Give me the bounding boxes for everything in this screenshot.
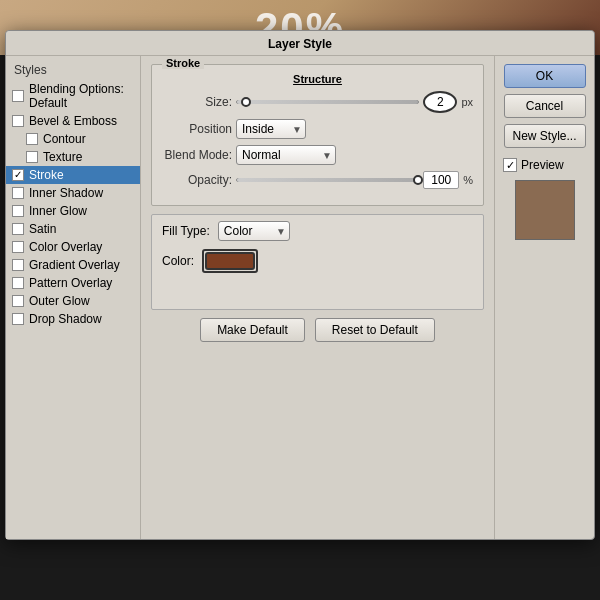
bevel-emboss-label: Bevel & Emboss (29, 114, 117, 128)
contour-checkbox[interactable] (26, 133, 38, 145)
sidebar-header: Styles (6, 60, 140, 80)
layer-style-dialog: Layer Style Styles Blending Options: Def… (5, 30, 595, 540)
stroke-label: Stroke (29, 168, 64, 182)
sidebar-item-bevel-emboss[interactable]: Bevel & Emboss (6, 112, 140, 130)
drop-shadow-checkbox[interactable] (12, 313, 24, 325)
preview-label: Preview (521, 158, 564, 172)
reset-default-button[interactable]: Reset to Default (315, 318, 435, 342)
preview-row: ✓ Preview (503, 158, 586, 172)
sidebar-item-inner-glow[interactable]: Inner Glow (6, 202, 140, 220)
size-unit: px (461, 96, 473, 108)
gradient-overlay-checkbox[interactable] (12, 259, 24, 271)
outer-glow-checkbox[interactable] (12, 295, 24, 307)
pattern-overlay-label: Pattern Overlay (29, 276, 112, 290)
texture-label: Texture (43, 150, 82, 164)
right-panel: OK Cancel New Style... ✓ Preview (494, 56, 594, 539)
fill-type-header: Fill Type: Color Gradient Pattern ▼ (162, 221, 473, 241)
opacity-label: Opacity: (162, 173, 232, 187)
sidebar-item-texture[interactable]: Texture (6, 148, 140, 166)
position-select[interactable]: Inside Outside Center (236, 119, 306, 139)
new-style-button[interactable]: New Style... (504, 124, 586, 148)
cancel-button[interactable]: Cancel (504, 94, 586, 118)
size-row: Size: 2 px (162, 91, 473, 113)
sidebar-item-outer-glow[interactable]: Outer Glow (6, 292, 140, 310)
fill-type-label: Fill Type: (162, 224, 210, 238)
texture-checkbox[interactable] (26, 151, 38, 163)
color-swatch-border (202, 249, 258, 273)
blend-mode-label: Blend Mode: (162, 148, 232, 162)
size-slider-wrapper: 2 px (236, 91, 473, 113)
blend-mode-select[interactable]: Normal Dissolve Multiply Screen Overlay (236, 145, 336, 165)
pattern-overlay-checkbox[interactable] (12, 277, 24, 289)
stroke-section-title: Stroke (162, 57, 204, 69)
preview-checkbox[interactable]: ✓ (503, 158, 517, 172)
inner-shadow-label: Inner Shadow (29, 186, 103, 200)
position-row: Position Inside Outside Center ▼ (162, 119, 473, 139)
blend-mode-row: Blend Mode: Normal Dissolve Multiply Scr… (162, 145, 473, 165)
size-slider[interactable] (236, 100, 419, 104)
sidebar-item-contour[interactable]: Contour (6, 130, 140, 148)
size-value-input[interactable]: 2 (423, 91, 457, 113)
size-slider-thumb[interactable] (241, 97, 251, 107)
structure-subtitle: Structure (162, 73, 473, 85)
bottom-buttons: Make Default Reset to Default (151, 318, 484, 342)
blending-options-checkbox[interactable] (12, 90, 24, 102)
satin-checkbox[interactable] (12, 223, 24, 235)
sidebar-item-pattern-overlay[interactable]: Pattern Overlay (6, 274, 140, 292)
sidebar-item-inner-shadow[interactable]: Inner Shadow (6, 184, 140, 202)
bevel-emboss-checkbox[interactable] (12, 115, 24, 127)
color-row: Color: (162, 249, 473, 273)
fill-type-select[interactable]: Color Gradient Pattern (218, 221, 290, 241)
dialog-body: Styles Blending Options: Default Bevel &… (6, 56, 594, 539)
sidebar-item-stroke[interactable]: Stroke (6, 166, 140, 184)
stroke-section: Stroke Structure Size: 2 px (151, 64, 484, 206)
opacity-value-input[interactable] (423, 171, 459, 189)
contour-label: Contour (43, 132, 86, 146)
position-label: Position (162, 122, 232, 136)
make-default-button[interactable]: Make Default (200, 318, 305, 342)
opacity-slider-track (237, 178, 418, 182)
opacity-unit: % (463, 174, 473, 186)
dialog-title: Layer Style (6, 31, 594, 56)
position-select-wrapper: Inside Outside Center ▼ (236, 119, 306, 139)
inner-glow-checkbox[interactable] (12, 205, 24, 217)
opacity-slider[interactable] (236, 178, 419, 182)
inner-shadow-checkbox[interactable] (12, 187, 24, 199)
drop-shadow-label: Drop Shadow (29, 312, 102, 326)
color-overlay-checkbox[interactable] (12, 241, 24, 253)
stroke-checkbox[interactable] (12, 169, 24, 181)
sidebar-item-gradient-overlay[interactable]: Gradient Overlay (6, 256, 140, 274)
outer-glow-label: Outer Glow (29, 294, 90, 308)
sidebar-item-satin[interactable]: Satin (6, 220, 140, 238)
ok-button[interactable]: OK (504, 64, 586, 88)
opacity-slider-thumb[interactable] (413, 175, 423, 185)
sidebar-item-drop-shadow[interactable]: Drop Shadow (6, 310, 140, 328)
size-slider-track (237, 100, 418, 104)
blend-mode-select-wrapper: Normal Dissolve Multiply Screen Overlay … (236, 145, 336, 165)
opacity-row: Opacity: % (162, 171, 473, 189)
color-label: Color: (162, 254, 194, 268)
blending-options-label: Blending Options: Default (29, 82, 132, 110)
main-content: Stroke Structure Size: 2 px (141, 56, 494, 539)
color-overlay-label: Color Overlay (29, 240, 102, 254)
opacity-slider-wrapper: % (236, 171, 473, 189)
preview-box (515, 180, 575, 240)
sidebar-item-blending-options[interactable]: Blending Options: Default (6, 80, 140, 112)
sidebar: Styles Blending Options: Default Bevel &… (6, 56, 141, 539)
size-label: Size: (162, 95, 232, 109)
fill-type-select-wrapper: Color Gradient Pattern ▼ (218, 221, 290, 241)
fill-type-section: Fill Type: Color Gradient Pattern ▼ Colo… (151, 214, 484, 310)
sidebar-item-color-overlay[interactable]: Color Overlay (6, 238, 140, 256)
gradient-overlay-label: Gradient Overlay (29, 258, 120, 272)
inner-glow-label: Inner Glow (29, 204, 87, 218)
color-swatch[interactable] (205, 252, 255, 270)
satin-label: Satin (29, 222, 56, 236)
